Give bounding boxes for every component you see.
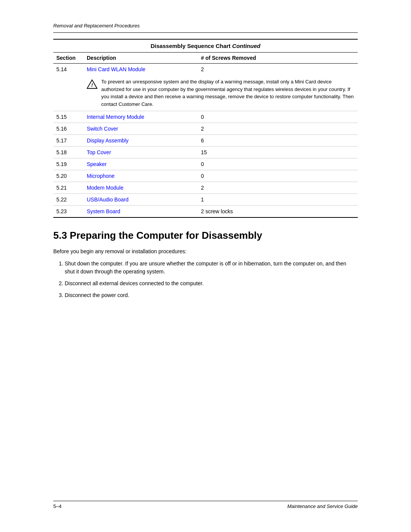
warning-cell: ! To prevent an unresponsive system and … [84,75,358,111]
cell-screws: 6 [198,135,358,147]
col-header-section: Section [53,53,84,64]
table-row: 5.17 Display Assembly 6 [53,135,358,147]
footer: 5–4 Maintenance and Service Guide [53,501,358,509]
warning-icon: ! [87,79,97,89]
cell-description[interactable]: Switch Cover [84,123,198,135]
page: Removal and Replacement Procedures Disas… [0,0,411,532]
disassembly-table: Section Description # of Screws Removed … [53,53,358,218]
link-switch-cover[interactable]: Switch Cover [87,126,118,132]
link-speaker[interactable]: Speaker [87,161,107,167]
table-row: 5.21 Modem Module 2 [53,182,358,194]
cell-section: 5.15 [53,111,84,123]
step-item: Shut down the computer. If you are unsur… [65,260,358,276]
cell-section: 5.18 [53,147,84,158]
cell-screws: 15 [198,147,358,158]
cell-description[interactable]: Internal Memory Module [84,111,198,123]
cell-screws: 0 [198,111,358,123]
table-title-text: Disassembly Sequence Chart [151,43,232,49]
table-title-em: Continued [232,43,260,49]
link-top-cover[interactable]: Top Cover [87,149,111,155]
cell-description[interactable]: Top Cover [84,147,198,158]
cell-section: 5.20 [53,170,84,182]
table-row: 5.20 Microphone 0 [53,170,358,182]
cell-description[interactable]: Modem Module [84,182,198,194]
cell-description[interactable]: Mini Card WLAN Module [84,64,198,75]
header-section: Removal and Replacement Procedures [53,23,358,33]
cell-description[interactable]: USB/Audio Board [84,194,198,206]
link-internal-memory-module[interactable]: Internal Memory Module [87,114,144,120]
breadcrumb: Removal and Replacement Procedures [53,23,358,29]
cell-screws: 2 [198,182,358,194]
cell-section: 5.21 [53,182,84,194]
link-mini-card-wlan-module[interactable]: Mini Card WLAN Module [87,66,145,72]
table-row: 5.16 Switch Cover 2 [53,123,358,135]
svg-text:!: ! [91,82,93,88]
cell-screws: 1 [198,194,358,206]
cell-screws: 0 [198,170,358,182]
cell-description[interactable]: Microphone [84,170,198,182]
cell-description[interactable]: Display Assembly [84,135,198,147]
step-item: Disconnect the power cord. [65,291,358,299]
warning-box: ! To prevent an unresponsive system and … [87,78,355,108]
cell-section: 5.16 [53,123,84,135]
cell-section: 5.23 [53,206,84,218]
section-53-intro: Before you begin any removal or installa… [53,248,358,254]
footer-page-number: 5–4 [53,503,62,509]
warning-text: To prevent an unresponsive system and th… [101,78,355,108]
table-header-row: Section Description # of Screws Removed [53,53,358,64]
col-header-description: Description [84,53,198,64]
cell-screws: 2 screw locks [198,206,358,218]
cell-screws: 2 [198,64,358,75]
cell-screws: 2 [198,123,358,135]
table-title: Disassembly Sequence Chart Continued [53,39,358,53]
cell-screws: 0 [198,158,358,170]
section-53-heading: 5.3 Preparing the Computer for Disassemb… [53,229,358,242]
table-row: 5.19 Speaker 0 [53,158,358,170]
table-row: 5.14 Mini Card WLAN Module 2 [53,64,358,75]
table-container: Disassembly Sequence Chart Continued Sec… [53,39,358,218]
footer-guide-title: Maintenance and Service Guide [287,503,358,509]
link-display-assembly[interactable]: Display Assembly [87,137,129,144]
table-row: 5.18 Top Cover 15 [53,147,358,158]
cell-empty [53,75,84,111]
step-item: Disconnect all external devices connecte… [65,280,358,288]
link-modem-module[interactable]: Modem Module [87,185,124,191]
cell-section: 5.19 [53,158,84,170]
cell-section: 5.17 [53,135,84,147]
table-row-warning: ! To prevent an unresponsive system and … [53,75,358,111]
cell-section: 5.14 [53,64,84,75]
steps-list: Shut down the computer. If you are unsur… [65,260,358,299]
link-microphone[interactable]: Microphone [87,173,115,179]
table-row: 5.15 Internal Memory Module 0 [53,111,358,123]
table-row: 5.23 System Board 2 screw locks [53,206,358,218]
link-system-board[interactable]: System Board [87,208,120,214]
cell-description[interactable]: System Board [84,206,198,218]
cell-section: 5.22 [53,194,84,206]
cell-description[interactable]: Speaker [84,158,198,170]
col-header-screws: # of Screws Removed [198,53,358,64]
link-usb/audio-board[interactable]: USB/Audio Board [87,197,129,203]
table-row: 5.22 USB/Audio Board 1 [53,194,358,206]
